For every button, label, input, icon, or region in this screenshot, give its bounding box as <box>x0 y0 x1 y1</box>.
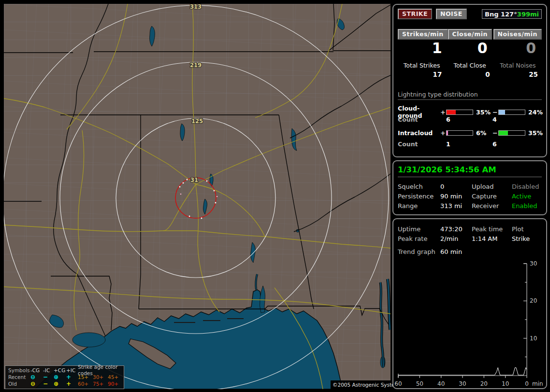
age-30: 30+ <box>93 374 108 380</box>
strikes-per-min-button[interactable]: Strikes/min <box>398 29 448 40</box>
legend-col-neg-ic: -IC <box>43 367 54 374</box>
bearing-display: Bng 127° 399mi <box>482 9 542 19</box>
copyright-notice: ©2005 Astrogenic Systems <box>331 380 391 389</box>
distribution-title: Lightning type distribution <box>398 91 542 100</box>
trend-x-tick-label: 60 <box>394 380 402 387</box>
bearing-value: Bng 127° <box>485 11 517 18</box>
persistence-label: Persistence <box>398 193 440 200</box>
legend-col-pos-cg: +CG <box>54 367 66 374</box>
legend-symbols-label: Symbols <box>8 367 30 374</box>
intracloud-label: Intracloud <box>398 129 440 137</box>
total-noises-value: 25 <box>494 70 542 78</box>
range-ring-label: 313 <box>190 4 202 10</box>
pos-ic-recent-symbol: + <box>66 374 78 380</box>
age-45: 45+ <box>108 374 122 380</box>
plus-sign: + <box>440 109 446 116</box>
cloud-ground-pos-bar <box>446 110 473 115</box>
total-strikes-label: Total Strikes <box>398 62 446 69</box>
legend-old-label: Old <box>8 381 30 387</box>
trend-x-tick-label: 0 <box>525 380 529 387</box>
cloud-ground-neg-pct: 24% <box>526 109 544 116</box>
age-15: 15+ <box>78 374 93 380</box>
persistence-value: 90 min <box>440 193 472 200</box>
legend-recent-label: Recent <box>8 374 30 380</box>
trend-graph-window: 60 min <box>440 248 542 255</box>
squelch-label: Squelch <box>398 183 440 190</box>
strikes-per-min-value: 1 <box>398 41 448 56</box>
strike-mode-button[interactable]: STRIKE <box>398 9 432 19</box>
trend-x-axis-unit: min <box>532 380 543 387</box>
trend-y-tick-label: 10 <box>530 335 537 342</box>
cloud-ground-pos-count: 6 <box>446 116 492 123</box>
uptime-label: Uptime <box>398 225 440 233</box>
trend-y-tick-label: 20 <box>530 297 537 304</box>
total-close-value: 0 <box>446 70 493 78</box>
cloud-ground-pos-pct: 35% <box>474 109 492 116</box>
trend-x-tick-label: 10 <box>502 380 509 387</box>
noise-mode-button[interactable]: NOISE <box>436 9 467 19</box>
trend-graph-chart: 1020306050403020100min <box>393 260 547 388</box>
intracloud-pos-bar <box>446 130 473 136</box>
noises-per-min-button[interactable]: Noises/min <box>493 29 542 40</box>
system-status-panel: 1/31/2026 5:34:56 AM Squelch 0 Upload Di… <box>392 160 547 215</box>
intracloud-pos-count: 1 <box>446 140 492 148</box>
age-60: 60+ <box>78 381 93 387</box>
upload-label: Upload <box>472 183 512 190</box>
trend-x-tick-label: 40 <box>437 380 445 387</box>
neg-cg-recent-symbol: ⊖ <box>30 374 43 380</box>
cloud-ground-neg-bar <box>498 110 525 115</box>
close-per-min-button[interactable]: Close/min <box>448 29 492 40</box>
intracloud-count-label: Count <box>398 140 440 148</box>
plot-label: Plot <box>512 225 542 233</box>
noises-per-min-value: 0 <box>493 41 542 56</box>
receiver-label: Receiver <box>472 202 512 210</box>
pos-cg-old-symbol: ⊕ <box>54 381 66 387</box>
age-90: 90+ <box>108 381 122 387</box>
strike-stats-panel: STRIKE NOISE Bng 127° 399mi Strikes/min … <box>392 4 547 157</box>
trend-x-tick-label: 30 <box>459 380 466 387</box>
uptime-value: 473:20 <box>440 225 472 233</box>
session-trend-panel: Uptime 473:20 Peak time Plot Peak rate 2… <box>392 218 547 389</box>
legend-col-neg-cg: -CG <box>30 367 43 374</box>
range-ring-label: 219 <box>190 62 202 69</box>
total-strikes-value: 17 <box>398 70 446 78</box>
datetime-display: 1/31/2026 5:34:56 AM <box>398 165 542 177</box>
capture-label: Capture <box>472 193 512 200</box>
age-75: 75+ <box>93 381 108 387</box>
neg-cg-old-symbol: ⊖ <box>30 381 43 387</box>
trend-y-tick-label: 30 <box>530 260 537 267</box>
peak-rate-value: 2/min <box>440 235 472 242</box>
map-canvas[interactable]: 313 219 125 31 <box>4 4 391 389</box>
capture-status: Active <box>512 193 542 200</box>
peak-time-value: 1:14 AM <box>472 235 512 242</box>
upload-status: Disabled <box>512 183 542 190</box>
range-value: 313 mi <box>440 202 472 210</box>
close-per-min-value: 0 <box>448 41 493 56</box>
minus-sign: − <box>492 109 498 116</box>
map-legend: Symbols -CG -IC +CG +IC Strike age color… <box>5 365 124 389</box>
cloud-ground-neg-count: 4 <box>492 116 542 123</box>
trend-trace <box>398 368 527 376</box>
range-ring-label: 31 <box>190 177 198 183</box>
peak-time-label: Peak time <box>472 225 512 233</box>
intracloud-pos-pct: 6% <box>474 129 492 137</box>
lightning-map: 313 219 125 31 <box>4 4 391 389</box>
intracloud-neg-count: 6 <box>492 140 542 148</box>
cloud-ground-count-label: Count <box>398 116 440 123</box>
plus-sign: + <box>440 129 446 137</box>
plot-mode-value: Strike <box>512 235 542 242</box>
pos-cg-recent-symbol: ⊕ <box>54 374 66 380</box>
neg-ic-recent-symbol: − <box>43 374 54 380</box>
distance-value: 399mi <box>517 11 539 18</box>
total-noises-label: Total Noises <box>494 62 542 69</box>
total-close-label: Total Close <box>446 62 493 69</box>
intracloud-neg-pct: 35% <box>526 129 544 137</box>
trend-x-tick-label: 20 <box>480 380 488 387</box>
minus-sign: − <box>492 129 498 137</box>
pos-ic-old-symbol: + <box>66 381 78 387</box>
neg-ic-old-symbol: − <box>43 381 54 387</box>
legend-col-pos-ic: +IC <box>66 367 78 374</box>
range-label: Range <box>398 202 440 210</box>
range-ring-label: 125 <box>191 118 203 125</box>
intracloud-neg-bar <box>498 130 525 136</box>
